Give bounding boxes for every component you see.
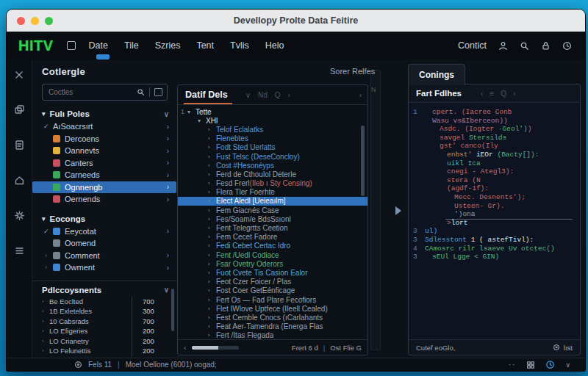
tree-item[interactable]: ✓ Ognnengb › bbox=[32, 181, 176, 194]
chevron-right-icon[interactable]: › bbox=[359, 91, 362, 99]
chevron-right-icon[interactable]: › bbox=[167, 227, 169, 235]
toolbar-icon[interactable]: Nd bbox=[258, 91, 268, 99]
caret-icon[interactable]: › bbox=[208, 270, 216, 276]
list-toggle-label[interactable]: lıst bbox=[564, 344, 573, 352]
tree-row[interactable]: › Feot Czer Foicer / Plas bbox=[178, 278, 368, 286]
tree-row[interactable]: › Fodt Sted Uerlatts bbox=[178, 143, 368, 152]
caret-icon[interactable]: › bbox=[208, 278, 216, 285]
caret-icon[interactable]: › bbox=[208, 306, 216, 312]
tree-item[interactable]: ✓ Oernends › bbox=[32, 193, 176, 206]
progress-bar[interactable] bbox=[192, 346, 239, 350]
grid-icon[interactable] bbox=[526, 361, 535, 369]
caret-icon[interactable]: ▾ bbox=[198, 118, 206, 124]
tree-item[interactable]: ✓ AıSoacrsırt › bbox=[32, 120, 176, 133]
caret-icon[interactable]: › bbox=[208, 171, 216, 178]
stat-row[interactable]: › Le Eslarrans 200 bbox=[32, 356, 176, 358]
caret-icon[interactable]: › bbox=[208, 332, 216, 339]
toolbar-icon[interactable]: ≡ bbox=[490, 90, 494, 98]
window-square-icon[interactable] bbox=[67, 41, 76, 50]
tree-row[interactable]: ▾ XHl bbox=[178, 116, 368, 125]
caret-icon[interactable]: › bbox=[208, 252, 216, 258]
caret-icon[interactable]: › bbox=[208, 198, 216, 204]
tree-item[interactable]: ✓ Oannevts › bbox=[32, 145, 176, 157]
caret-icon[interactable]: › bbox=[208, 225, 216, 231]
chevron-right-icon[interactable]: › bbox=[167, 134, 169, 142]
tab-data-dels[interactable]: Datif Dels bbox=[184, 86, 229, 104]
chevron-down-icon[interactable]: ∨ bbox=[164, 110, 169, 118]
chevron-right-icon[interactable]: › bbox=[167, 264, 169, 272]
tree-row[interactable]: › Flenebtes bbox=[178, 134, 368, 143]
tree-row[interactable]: › Fent Telegrtts Ceetion bbox=[178, 223, 368, 232]
menu-item[interactable]: Szries bbox=[155, 40, 181, 51]
toolbar-icon[interactable]: › bbox=[513, 90, 515, 98]
tree-row[interactable]: › Fsar Ovetry Oderors bbox=[178, 259, 368, 268]
tree-row[interactable]: › Elect Aledl [Ueieaılm] bbox=[178, 197, 368, 206]
tree-row[interactable]: › Flet IWlove Uptfece (Ileell Cealed) bbox=[178, 304, 368, 313]
stat-row[interactable]: › Be Eoclted 700 bbox=[32, 297, 176, 307]
tree-row[interactable]: › Fert /Itas Flegada bbox=[178, 331, 368, 339]
caret-icon[interactable]: › bbox=[208, 261, 216, 267]
tree-item[interactable]: ✓ Oomend › bbox=[32, 237, 176, 250]
caret-icon[interactable]: › bbox=[208, 153, 216, 160]
stat-row[interactable]: › 10 Cabsrads 700 bbox=[32, 317, 176, 327]
chevron-right-icon[interactable]: › bbox=[167, 159, 169, 167]
tree-row[interactable]: › Fes/Soam/e BdsSsıonl bbox=[178, 214, 368, 223]
caret-icon[interactable]: › bbox=[208, 135, 216, 142]
tree-row[interactable]: › Telof Eclalatks bbox=[178, 125, 368, 134]
layers-icon[interactable] bbox=[14, 104, 25, 118]
menu-item[interactable]: Tile bbox=[124, 40, 139, 51]
toolbar-icon[interactable]: ∨ bbox=[245, 91, 251, 99]
caret-icon[interactable]: › bbox=[208, 242, 216, 249]
collapse-arrow-icon[interactable] bbox=[395, 206, 401, 215]
tree-row[interactable]: › Ferd de Cthoulol Deterle bbox=[178, 170, 368, 178]
caret-icon[interactable]: ▾ bbox=[187, 109, 196, 115]
toolbar-icon[interactable]: ‹ bbox=[481, 90, 483, 98]
tree-row[interactable]: › Fost Coer GetEénficage bbox=[178, 286, 368, 295]
lock-icon[interactable] bbox=[541, 41, 551, 51]
stat-row[interactable]: › LO Efigeries 200 bbox=[32, 326, 176, 336]
tree-row[interactable]: › Fert Os — Fad Plare Fecofiors bbox=[178, 295, 368, 304]
footer-label-a[interactable]: Frert 6 d bbox=[292, 344, 318, 352]
tree-row[interactable]: › Fuot Cvete Tis Casion Ealor bbox=[178, 268, 368, 277]
chevron-left-icon[interactable]: ‹ bbox=[184, 344, 186, 352]
tree-row[interactable]: › Cost #Hesonéyps bbox=[178, 161, 368, 170]
code-editor[interactable]: 1 cpert. (Iacree Conb Wasu vs&Iberceon))… bbox=[409, 103, 580, 339]
list-icon[interactable] bbox=[14, 245, 25, 259]
tab-sorer-relfes[interactable]: Sorer Relfes bbox=[330, 67, 375, 76]
tree-item[interactable]: › ✓ Owment › bbox=[32, 261, 176, 274]
caret-icon[interactable]: › bbox=[208, 297, 216, 303]
caret-icon[interactable]: › bbox=[208, 144, 216, 151]
avatar-icon[interactable] bbox=[498, 41, 508, 51]
caret-icon[interactable]: › bbox=[208, 189, 216, 195]
tab-conings[interactable]: Conings bbox=[408, 64, 465, 85]
scrollbar-thumb[interactable] bbox=[171, 289, 174, 331]
stat-row[interactable]: › LO Crianetry 200 bbox=[32, 336, 176, 347]
chevron-right-icon[interactable]: › bbox=[167, 183, 169, 191]
tree-row[interactable]: › Fem Cecet Fadore bbox=[178, 233, 368, 242]
file-icon[interactable] bbox=[14, 140, 25, 153]
caret-icon[interactable]: › bbox=[208, 162, 216, 169]
chevron-right-icon[interactable]: › bbox=[167, 171, 169, 179]
toolbar-icon[interactable]: Q bbox=[501, 90, 506, 98]
tree-section-header[interactable]: ▾ Eocongs bbox=[32, 213, 176, 225]
contact-link[interactable]: Contict bbox=[458, 40, 487, 51]
clock-icon[interactable] bbox=[545, 360, 555, 369]
tree-row[interactable]: › Fem Giacnés Case bbox=[178, 206, 368, 214]
caret-icon[interactable]: › bbox=[208, 126, 216, 133]
chevron-down-icon[interactable]: ∨ bbox=[565, 361, 570, 369]
tree-row[interactable]: › Fedi Cebet Certac Idro bbox=[178, 242, 368, 250]
home-icon[interactable] bbox=[14, 175, 25, 189]
toolbar-icon[interactable]: › bbox=[288, 91, 290, 99]
tree-row[interactable]: › Fust Telsc (DeseConcloy) bbox=[178, 152, 368, 161]
menu-item[interactable]: Helo bbox=[265, 40, 284, 51]
caret-icon[interactable]: › bbox=[208, 234, 216, 240]
tree-item[interactable]: › ✓ Comment › bbox=[32, 250, 176, 262]
tree-item[interactable]: ✓ Canters › bbox=[32, 157, 176, 170]
stat-row[interactable]: › LO Felunettis 200 bbox=[32, 346, 176, 356]
caret-icon[interactable]: › bbox=[208, 180, 216, 187]
tree-item[interactable]: ✓ Dercoens › bbox=[32, 133, 176, 145]
caret-icon[interactable]: › bbox=[208, 216, 216, 223]
more-icon[interactable]: ·· bbox=[509, 361, 517, 369]
chevron-right-icon[interactable]: › bbox=[167, 195, 169, 203]
search-icon[interactable] bbox=[137, 88, 145, 96]
